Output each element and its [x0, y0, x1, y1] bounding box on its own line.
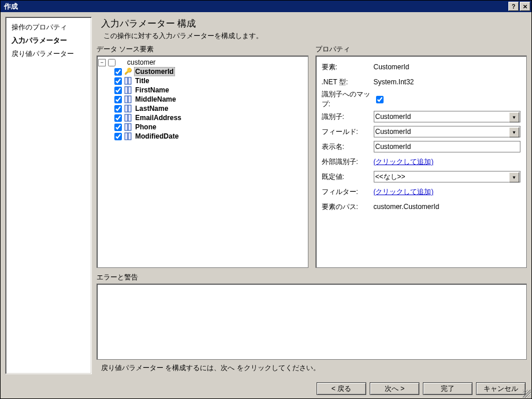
svg-rect-2 — [125, 87, 128, 94]
column-icon — [124, 95, 132, 103]
column-icon — [124, 77, 132, 85]
chevron-down-icon: ▼ — [509, 127, 519, 137]
identifier-combo-value: CustomerId — [375, 113, 411, 121]
finish-button[interactable]: 完了 — [423, 382, 473, 395]
properties-label: プロパティ — [315, 44, 527, 54]
page-description: この操作に対する入力パラメーターを構成します。 — [103, 31, 527, 41]
tree-node-checkbox[interactable] — [114, 87, 122, 94]
sidebar-item-2[interactable]: 戻り値パラメーター — [8, 47, 89, 61]
svg-rect-6 — [125, 105, 128, 112]
prop-display-label: 表示名: — [322, 142, 374, 152]
tree-node-checkbox[interactable] — [114, 114, 122, 122]
filter-add-link[interactable]: (クリックして追加) — [374, 188, 434, 196]
sidebar-item-1[interactable]: 入力パラメーター — [8, 34, 89, 47]
field-combo[interactable]: CustomerId ▼ — [374, 126, 521, 137]
tree-node-label: Title — [134, 77, 150, 85]
prop-extid-label: 外部識別子: — [322, 157, 374, 167]
tree-node-checkbox[interactable] — [114, 124, 122, 131]
svg-rect-4 — [125, 96, 128, 103]
column-icon — [124, 123, 132, 131]
svg-rect-8 — [125, 114, 128, 121]
resize-grip[interactable] — [523, 390, 531, 398]
tree-node-customerid[interactable]: 🔑CustomerId — [114, 67, 307, 76]
tree-node-firstname[interactable]: FirstName — [114, 85, 307, 95]
column-icon — [124, 86, 132, 94]
tree-node-checkbox[interactable] — [114, 96, 122, 103]
field-combo-value: CustomerId — [375, 128, 411, 136]
identifier-combo[interactable]: CustomerId ▼ — [374, 111, 521, 122]
prop-path-label: 要素のパス: — [322, 202, 374, 212]
titlebar[interactable]: 作成 ? ✕ — [1, 1, 531, 12]
external-identifier-add-link[interactable]: (クリックして追加) — [374, 158, 434, 166]
prop-filter-label: フィルター: — [322, 187, 374, 197]
collapse-icon[interactable]: − — [98, 59, 106, 66]
prop-nettype-label: .NET 型: — [322, 77, 374, 87]
svg-rect-9 — [128, 114, 131, 121]
default-value-combo[interactable]: <<なし>> ▼ — [374, 171, 521, 182]
column-icon — [124, 105, 132, 113]
errors-panel — [96, 284, 527, 360]
svg-rect-1 — [128, 77, 131, 84]
wizard-sidebar: 操作のプロパティ入力パラメーター戻り値パラメーター — [5, 17, 92, 374]
prop-element-value: CustomerId — [374, 63, 521, 71]
svg-rect-5 — [128, 96, 131, 103]
sidebar-item-0[interactable]: 操作のプロパティ — [8, 21, 89, 34]
tree-node-checkbox[interactable] — [114, 133, 122, 140]
display-name-input[interactable] — [374, 141, 521, 152]
chevron-down-icon: ▼ — [509, 172, 519, 182]
prop-element-label: 要素: — [322, 62, 374, 72]
svg-rect-12 — [125, 133, 128, 140]
prop-path-value: customer.CustomerId — [374, 203, 521, 211]
errors-label: エラーと警告 — [96, 273, 527, 282]
back-button[interactable]: < 戻る — [317, 382, 366, 395]
help-button[interactable]: ? — [508, 2, 519, 11]
default-value-combo-value: <<なし>> — [375, 172, 405, 182]
next-button[interactable]: 次へ > — [370, 382, 419, 395]
prop-map-label: 識別子へのマップ: — [322, 90, 374, 109]
tree-node-title[interactable]: Title — [114, 76, 307, 85]
svg-rect-10 — [125, 124, 128, 130]
data-source-tree-panel[interactable]: −customer🔑CustomerIdTitleFirstNameMiddle… — [96, 55, 308, 268]
tree-node-checkbox[interactable] — [114, 105, 122, 113]
window-title: 作成 — [2, 2, 507, 12]
properties-panel: 要素: CustomerId .NET 型: System.Int32 識別子へ… — [315, 55, 527, 268]
tree-node-label: Phone — [134, 123, 158, 131]
map-to-identifier-checkbox[interactable] — [376, 96, 384, 103]
svg-rect-7 — [128, 105, 131, 112]
tree-node-emailaddress[interactable]: EmailAddress — [114, 113, 307, 122]
cancel-button[interactable]: キャンセル — [476, 382, 526, 395]
tree-root-label: customer — [126, 58, 157, 66]
wizard-footer: < 戻る 次へ > 完了 キャンセル — [1, 379, 531, 398]
svg-rect-0 — [125, 77, 128, 84]
tree-node-label: MiddleName — [134, 95, 177, 103]
page-title: 入力パラメーター 構成 — [101, 18, 527, 30]
tree-root-checkbox[interactable] — [108, 59, 116, 66]
prop-default-label: 既定値: — [322, 172, 374, 182]
tree-node-label: LastName — [134, 105, 169, 113]
column-icon — [124, 132, 132, 140]
column-icon — [124, 114, 132, 122]
tree-node-label: FirstName — [134, 86, 170, 94]
tree-node-middlename[interactable]: MiddleName — [114, 95, 307, 104]
svg-rect-13 — [128, 133, 131, 140]
tree-node-phone[interactable]: Phone — [114, 122, 307, 132]
key-icon: 🔑 — [124, 68, 132, 76]
tree-node-modifieddate[interactable]: ModifiedDate — [114, 132, 307, 141]
tree-node-lastname[interactable]: LastName — [114, 104, 307, 113]
svg-rect-3 — [128, 87, 131, 94]
svg-rect-11 — [128, 124, 131, 130]
tree-node-checkbox[interactable] — [114, 77, 122, 85]
tree-root[interactable]: −customer — [98, 58, 307, 67]
prop-identifier-label: 識別子: — [322, 112, 374, 122]
prop-nettype-value: System.Int32 — [374, 78, 521, 86]
tree-node-label: EmailAddress — [134, 114, 183, 122]
prop-field-label: フィールド: — [322, 127, 374, 137]
tree-node-checkbox[interactable] — [114, 68, 122, 76]
close-button[interactable]: ✕ — [520, 2, 530, 11]
chevron-down-icon: ▼ — [509, 112, 519, 122]
tree-node-label: CustomerId — [134, 67, 175, 76]
tree-node-label: ModifiedDate — [134, 132, 180, 140]
hint-text: 戻り値パラメーター を構成するには、次へ をクリックしてください。 — [101, 363, 527, 373]
data-source-label: データ ソース要素 — [96, 44, 308, 54]
